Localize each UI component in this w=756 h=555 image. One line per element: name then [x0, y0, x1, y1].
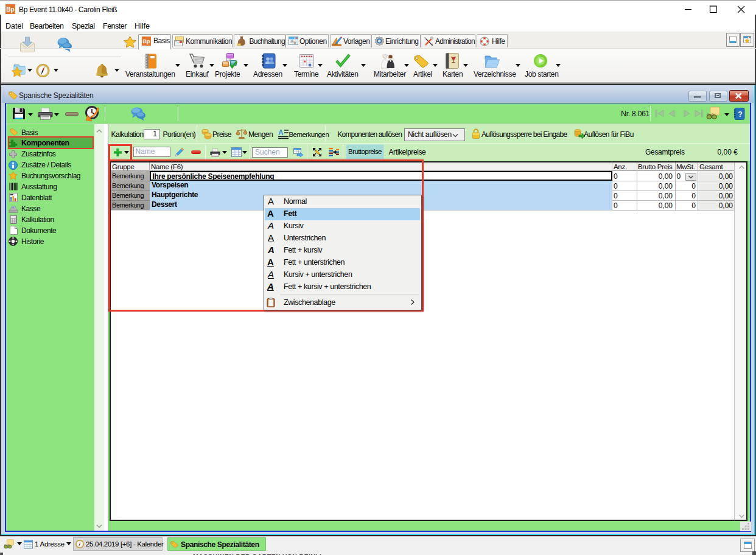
svg-text:?: ?	[738, 110, 742, 119]
svg-text:A: A	[278, 128, 284, 137]
